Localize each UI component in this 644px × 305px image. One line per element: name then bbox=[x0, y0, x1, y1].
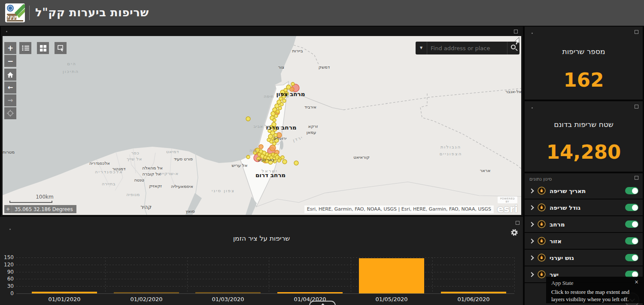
filter-expand-icon[interactable] bbox=[635, 176, 638, 180]
locate-button[interactable] bbox=[4, 107, 16, 119]
basemap-grid-icon bbox=[40, 45, 46, 51]
bar-01/02/2020[interactable] bbox=[114, 292, 179, 293]
filter-toggle-on[interactable] bbox=[625, 204, 638, 211]
stat-card-fire-area: שטח שריפות בדונם 14,280 bbox=[525, 101, 643, 172]
fire-point[interactable] bbox=[281, 156, 284, 159]
panel-drag-dot bbox=[6, 31, 7, 32]
bar-01/04/2020[interactable] bbox=[277, 292, 343, 293]
y-axis-tick: 30 bbox=[0, 283, 14, 289]
select-tool-button[interactable] bbox=[55, 42, 67, 54]
gridline-vertical bbox=[187, 257, 188, 293]
toast-message: Click to restore the map extent and laye… bbox=[551, 289, 638, 303]
panel-drag-dot bbox=[532, 33, 533, 34]
map-label: פורט סעיד bbox=[174, 157, 193, 161]
zoom-out-button[interactable]: − bbox=[4, 55, 16, 67]
map-label: קהיר bbox=[140, 204, 152, 210]
fire-point[interactable] bbox=[277, 159, 281, 162]
map-select-icon bbox=[57, 45, 64, 51]
toggle-knob bbox=[632, 255, 638, 261]
chevron-right-icon[interactable] bbox=[529, 272, 534, 277]
toggle-knob bbox=[632, 221, 638, 227]
fire-point[interactable] bbox=[280, 103, 283, 106]
home-button[interactable] bbox=[4, 69, 16, 81]
bar-01/06/2020[interactable] bbox=[441, 292, 506, 294]
y-axis-tick: 120 bbox=[0, 262, 14, 268]
fire-point[interactable] bbox=[276, 110, 279, 113]
chevron-right-icon[interactable] bbox=[529, 239, 534, 243]
filter-toggle-on[interactable] bbox=[625, 220, 638, 228]
filter-rows: תאריך שריפה גודל שריפה מרחב bbox=[525, 183, 643, 283]
coordinate-icon[interactable]: ✛ bbox=[4, 205, 12, 213]
fire-point[interactable] bbox=[259, 145, 263, 149]
filter-toggle-on[interactable] bbox=[625, 187, 638, 194]
fire-point[interactable] bbox=[273, 142, 276, 145]
fire-point[interactable] bbox=[274, 114, 278, 118]
filter-row[interactable]: גודל שריפה bbox=[525, 199, 643, 216]
bar-01/05/2020[interactable] bbox=[359, 258, 424, 293]
chevron-right-icon[interactable] bbox=[529, 222, 534, 226]
map-label: חיפה bbox=[264, 94, 274, 99]
stat-expand-icon[interactable] bbox=[635, 105, 638, 109]
x-axis-tick: 01/03/2020 bbox=[195, 296, 261, 302]
map-canvas[interactable]: היםהתיכוןביירותצורדמשקמרחב צפוןחיפהאירבי… bbox=[3, 36, 521, 215]
esri-wordmark: esri bbox=[495, 204, 520, 214]
search-input[interactable] bbox=[427, 42, 507, 54]
filter-row[interactable]: מרחב bbox=[525, 216, 643, 233]
map-label: א-שרקייה bbox=[159, 171, 178, 176]
map-label: מרחב מרכז bbox=[266, 124, 296, 131]
zoom-in-button[interactable]: + bbox=[4, 42, 16, 54]
back-button[interactable]: ← bbox=[4, 82, 16, 94]
map-search-box: ▼ bbox=[416, 42, 519, 54]
filter-toggle-on[interactable] bbox=[625, 254, 638, 261]
stat-label: מספר שריפות bbox=[525, 47, 643, 56]
map-label: עזה bbox=[249, 148, 257, 153]
fire-point[interactable] bbox=[291, 82, 295, 86]
flame-icon bbox=[538, 237, 546, 245]
map-label: בחיירה bbox=[102, 181, 115, 186]
legend-button[interactable] bbox=[19, 42, 31, 54]
fire-point[interactable] bbox=[283, 99, 286, 103]
fire-point[interactable] bbox=[278, 106, 282, 110]
fire-point[interactable] bbox=[246, 155, 250, 159]
map-label: מרחב דרום bbox=[255, 172, 286, 178]
bar-01/01/2020[interactable] bbox=[32, 292, 97, 293]
fire-point[interactable] bbox=[273, 118, 276, 122]
basemap-gallery-button[interactable] bbox=[37, 42, 49, 54]
map-label: התיכון bbox=[63, 69, 79, 74]
filter-panel-title: סינון נתונים bbox=[529, 176, 552, 182]
fire-point[interactable] bbox=[286, 85, 291, 89]
filter-row[interactable]: אזור bbox=[525, 233, 643, 250]
filter-row[interactable]: גוש יערני bbox=[525, 250, 643, 266]
flame-icon bbox=[538, 270, 546, 278]
search-source-dropdown[interactable]: ▼ bbox=[416, 42, 427, 54]
forward-button[interactable]: → bbox=[4, 94, 16, 106]
coordinate-readout: ✛ 35.065 32.186 Degrees bbox=[4, 205, 76, 213]
chevron-right-icon[interactable] bbox=[529, 205, 534, 210]
y-axis-tick: 150 bbox=[0, 254, 14, 260]
map-expand-icon[interactable] bbox=[514, 30, 518, 33]
stat-label: שטח שריפות בדונם bbox=[525, 120, 643, 129]
timeline-bar-chart: 030609012015001/01/202001/02/202001/03/2… bbox=[0, 217, 523, 305]
fire-point[interactable] bbox=[283, 160, 287, 164]
map-label: זקאזיק bbox=[149, 184, 162, 188]
fire-point[interactable] bbox=[246, 117, 250, 121]
mouse-cursor bbox=[513, 37, 520, 46]
map-label: באר שבע bbox=[258, 157, 275, 162]
stat-expand-icon[interactable] bbox=[635, 30, 638, 34]
map-panel: היםהתיכוןביירותצורדמשקמרחב צפוןחיפהאירבי… bbox=[1, 27, 523, 216]
close-icon[interactable]: × bbox=[635, 278, 638, 286]
filter-toggle-on[interactable] bbox=[625, 237, 638, 245]
fire-point[interactable] bbox=[294, 161, 298, 165]
chevron-right-icon[interactable] bbox=[529, 188, 534, 193]
expand-chart-drawer-button[interactable] bbox=[309, 301, 336, 305]
esri-logo: POWERED BY esri bbox=[495, 196, 520, 214]
map-label: עמאן bbox=[307, 130, 316, 135]
filter-row[interactable]: תאריך שריפה bbox=[525, 183, 643, 199]
scale-label: 100km bbox=[27, 194, 62, 200]
chevron-right-icon[interactable] bbox=[529, 255, 534, 260]
fire-point[interactable] bbox=[270, 145, 276, 151]
bar-01/03/2020[interactable] bbox=[195, 292, 261, 293]
map-label: אל עריש bbox=[232, 163, 248, 168]
fire-point[interactable] bbox=[267, 138, 270, 142]
x-axis-tick: 01/01/2020 bbox=[32, 296, 97, 302]
